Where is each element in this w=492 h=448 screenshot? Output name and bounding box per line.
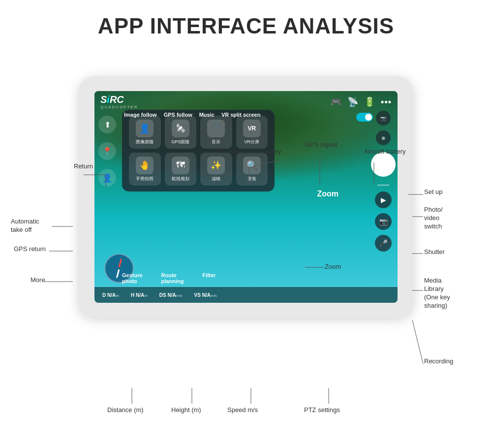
gesture-text: 手势拍照 [136, 176, 154, 182]
zoom-icon: 🔍 [243, 157, 261, 174]
top-icons: 🎮 📡 🔋 ••• [331, 96, 392, 107]
remote-battery-annotation: Remote control battery [216, 148, 281, 156]
aircraft-battery-icon: 🔋 [364, 96, 375, 107]
return-annotation: Return [74, 162, 93, 171]
distance-status: D N/Am [102, 292, 119, 298]
music-icon: 🎵 [207, 120, 225, 137]
menu-item-zoom[interactable]: 🔍 变焦 [236, 153, 268, 186]
automatic-takeoff-button[interactable]: ⬆ [98, 116, 116, 133]
music-label: Music [199, 112, 215, 118]
vr-text: VR分屏 [244, 139, 259, 145]
recording-annotation: Recording [424, 357, 453, 366]
gps-follow-label: GPS follow [164, 112, 192, 118]
media-library-annotation: MediaLibrary(One keysharing) [424, 277, 450, 310]
compass-needle-south [116, 269, 120, 278]
page-title: APP INTERFACE ANALYSIS [0, 0, 492, 38]
zoom-text: 变焦 [247, 176, 256, 182]
remote-control-icon: 🎮 [331, 96, 341, 107]
bottom-menu-labels: Gesturephoto Routeplanning Filter [122, 272, 215, 284]
automatic-takeoff-annotation: Automatictake off [11, 218, 39, 234]
tablet-shell: SiRC QUADCOPTER 🎮 📡 🔋 ••• Image fol [79, 76, 413, 318]
tablet-container: SiRC QUADCOPTER 🎮 📡 🔋 ••• Image fol [79, 76, 413, 318]
feature-labels-top: Image follow GPS follow Music VR split s… [124, 112, 260, 118]
menu-item-filter[interactable]: ✨ 滤镜 [200, 153, 232, 186]
menu-item-gps-follow[interactable]: 🛰 GPS跟随 [165, 116, 197, 149]
gps-return-annotation: GPS return [14, 245, 46, 254]
ptz-settings-annotation: PTZ settings [304, 406, 340, 415]
more-annotation: More [31, 276, 45, 285]
svg-line-10 [412, 320, 423, 364]
bottom-status-bar: D N/Am H N/Am DS N/Am/s VS N/Am/s [94, 287, 398, 303]
recording-button[interactable]: 🎤 [375, 235, 392, 252]
filter-label: Filter [202, 272, 215, 284]
tablet-screen: SiRC QUADCOPTER 🎮 📡 🔋 ••• Image fol [94, 91, 398, 303]
route-planning-label: Routeplanning [161, 272, 184, 284]
mode-toggle[interactable] [356, 113, 373, 122]
menu-item-gesture[interactable]: 🤚 手势拍照 [129, 153, 161, 186]
ds-status: DS N/Am/s [159, 292, 183, 298]
zoom-annotation: Zoom [325, 263, 341, 271]
menu-grid-row2: 🤚 手势拍照 🗺 航线规划 ✨ 滤镜 🔍 变焦 [129, 153, 268, 186]
route-icon: 🗺 [172, 157, 189, 174]
height-annotation: Height (m) [171, 406, 201, 415]
image-follow-label: Image follow [124, 112, 157, 118]
menu-item-route[interactable]: 🗺 航线规划 [165, 153, 197, 186]
menu-item-image-follow[interactable]: 👤 图像跟随 [129, 116, 161, 149]
gps-follow-text: GPS跟随 [171, 139, 189, 145]
menu-item-music[interactable]: 🎵 音乐 [200, 116, 232, 149]
media-library-button[interactable]: ▶ [375, 192, 392, 208]
distance-annotation: Distance (m) [107, 406, 144, 415]
left-controls: ⬆ 📍 👤 [98, 116, 116, 187]
shutter-annotation: Shutter [424, 248, 445, 256]
gps-return-button[interactable]: 📍 [98, 142, 116, 160]
route-text: 航线规划 [172, 176, 189, 182]
vr-icon: VR [243, 120, 261, 137]
gps-signal-annotation: GPS signal [305, 141, 337, 149]
mode-toggle-switch[interactable] [356, 113, 373, 122]
gesture-icon: 🤚 [136, 157, 154, 174]
photo-video-annotation: Photo/videoswitch [424, 206, 443, 231]
gps-signal-icon: 📡 [347, 96, 358, 107]
gps-follow-icon: 🛰 [172, 120, 189, 137]
more-button[interactable]: 👤 [98, 169, 116, 187]
gesture-photo-label: Gesturephoto [122, 272, 143, 284]
photo-video-switch-button[interactable]: 📷 [376, 111, 391, 126]
ptz-settings-button[interactable]: 📷 [375, 213, 392, 230]
filter-text: 滤镜 [212, 176, 220, 182]
aircraft-battery-annotation: Aircraft battery [364, 148, 406, 156]
divider [377, 185, 389, 186]
vs-status: VS N/Am/s [194, 292, 217, 298]
height-status: H N/Am [131, 292, 148, 298]
image-follow-icon: 👤 [136, 120, 154, 137]
music-text: 音乐 [212, 139, 220, 145]
speed-annotation: Speed m/s [227, 406, 258, 415]
zoom-label: Zoom [317, 190, 338, 198]
filter-icon: ✨ [207, 157, 225, 174]
mode-toggle-dot [365, 114, 372, 121]
secondary-button[interactable]: ⊕ [376, 130, 391, 145]
menu-grid-row1: 👤 图像跟随 🛰 GPS跟随 🎵 音乐 VR VR分屏 [129, 116, 268, 149]
compass-needle-north [119, 258, 123, 267]
dots-menu-button[interactable]: ••• [381, 97, 392, 107]
right-controls: 📷 ⊕ ▶ 📷 🎤 [371, 111, 396, 252]
sirc-logo: SiRC QUADCOPTER [100, 95, 138, 109]
setup-annotation: Set up [424, 188, 443, 196]
image-follow-text: 图像跟随 [136, 139, 154, 145]
menu-item-vr[interactable]: VR VR分屏 [236, 116, 268, 149]
vr-split-label: VR split screen [221, 112, 260, 118]
